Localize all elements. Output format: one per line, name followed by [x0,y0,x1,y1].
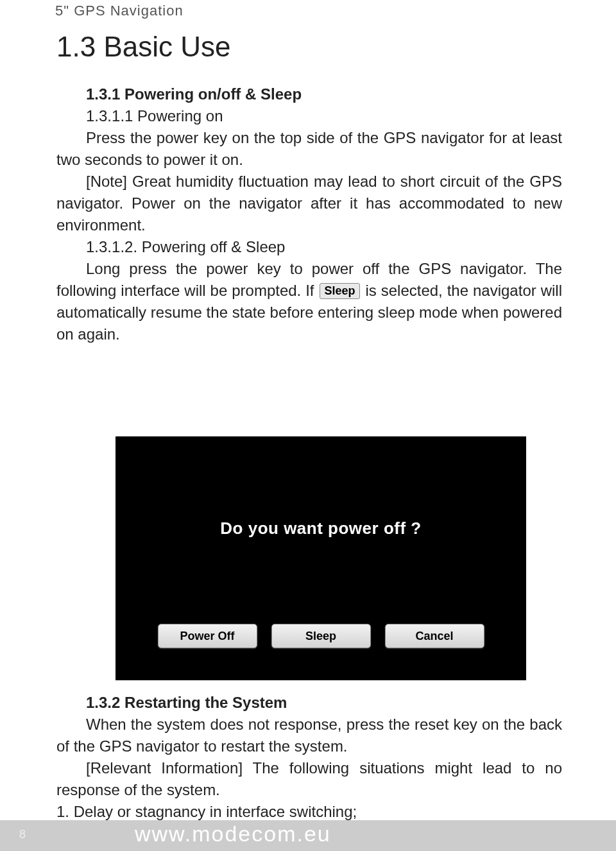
list-item-1: 1. Delay or stagnancy in interface switc… [56,801,562,823]
sleep-button[interactable]: Sleep [271,624,371,648]
body-text: 1.3.1 Powering on/off & Sleep 1.3.1.1 Po… [56,83,562,345]
header-product-title: 5" GPS Navigation [55,3,184,19]
footer-url: www.modecom.eu [135,821,331,847]
para-1311: Press the power key on the top side of t… [56,129,562,168]
dialog-button-row: Power Off Sleep Cancel [116,624,526,648]
poweroff-dialog-screenshot: Do you want power off ? Power Off Sleep … [116,436,526,680]
para-relevant: [Relevant Information] The following sit… [56,759,562,798]
para-132: When the system does not response, press… [56,716,562,755]
inline-sleep-button: Sleep [320,283,359,299]
heading-1-3-2: 1.3.2 Restarting the System [56,692,562,714]
power-off-button[interactable]: Power Off [158,624,257,648]
para-note: [Note] Great humidity fluctuation may le… [56,173,562,234]
heading-1-3-1-1: 1.3.1.1 Powering on [56,105,562,127]
heading-1-3-1-2: 1.3.1.2. Powering off & Sleep [56,236,562,258]
heading-1-3-1: 1.3.1 Powering on/off & Sleep [56,83,562,105]
page-number: 8 [19,828,26,841]
dialog-prompt-text: Do you want power off ? [116,519,526,538]
section-heading: 1.3 Basic Use [56,31,230,63]
footer-bar: 8 www.modecom.eu [0,820,616,851]
cancel-button[interactable]: Cancel [385,624,484,648]
